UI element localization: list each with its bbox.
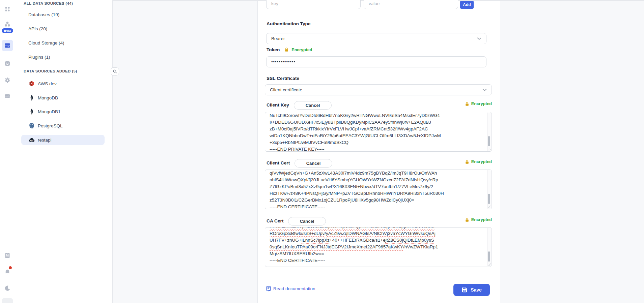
datasource-item-mongodb1[interactable]: MongoDB1: [21, 107, 105, 117]
client-key-encrypted-badge: Encrypted: [465, 101, 492, 106]
datasource-label: MongoDB: [38, 95, 58, 100]
server-icon[interactable]: [2, 90, 13, 102]
auth-type-label: Authentication Type: [267, 21, 311, 26]
datasource-label: restapi: [38, 138, 52, 143]
ssl-certificate-value: Client certificate: [270, 87, 302, 92]
datasource-item-mongodb[interactable]: MongoDB: [21, 93, 105, 103]
client-key-label: Client Key: [267, 102, 289, 108]
client-cert-content: qIVvfWjedGqVn+G+An5zXwL43A30i7miV4dz9m75…: [265, 170, 487, 209]
panel-left-divider: [257, 0, 258, 303]
client-cert-encrypted-badge: Encrypted: [465, 159, 492, 164]
token-encrypted-badge: Encrypted: [291, 48, 312, 52]
chevron-down-icon: [482, 89, 487, 91]
ssl-certificate-label: SSL Certificate: [267, 76, 299, 81]
sidebar-item-apis[interactable]: APIs (20): [28, 26, 47, 31]
lock-icon: [284, 48, 289, 52]
content-gap-left: [113, 0, 257, 303]
sidebar-item-plugins[interactable]: Plugins (1): [28, 55, 50, 60]
resize-grip[interactable]: [487, 147, 491, 151]
mongodb-icon: [28, 94, 35, 101]
scrollbar-thumb[interactable]: [488, 251, 490, 262]
save-button[interactable]: Save: [453, 284, 490, 296]
left-rail: Beta: [0, 0, 15, 303]
beta-badge: Beta: [2, 28, 13, 33]
ca-cert-content: EE7lfnl6BNxor1y76/WmdashjR7fP0yNNhFijyAB…: [265, 228, 487, 267]
header-value-input[interactable]: [364, 0, 458, 9]
resize-grip[interactable]: [487, 263, 491, 266]
docs-search-icon[interactable]: [2, 250, 13, 261]
chevron-down-icon: [477, 37, 481, 40]
sidebar-divider: [112, 0, 113, 303]
ssl-certificate-select[interactable]: Client certificate: [265, 84, 492, 95]
save-button-label: Save: [471, 287, 482, 293]
client-cert-textarea[interactable]: qIVvfWjedGqVn+G+An5zXwL43A30i7miV4dz9m75…: [265, 170, 492, 209]
mongodb-icon: [28, 108, 35, 115]
client-cert-label: Client Cert: [267, 160, 290, 165]
client-key-textarea[interactable]: NuTch9CorowIYvDeDId6BdHbf7n5KGry2wRTNGWw…: [265, 112, 492, 152]
svg-text:REST: REST: [30, 140, 33, 142]
datasource-label: MongoDB1: [38, 109, 61, 114]
sidebar-footer-divider: [15, 296, 112, 296]
scrollbar-track[interactable]: [487, 113, 491, 151]
search-icon: [113, 69, 117, 74]
datasource-item-aws-dev[interactable]: AWS dev: [21, 79, 105, 89]
header-key-input[interactable]: [266, 0, 361, 9]
sidebar-item-databases[interactable]: Databases (19): [28, 12, 59, 17]
rest-cloud-icon: REST: [28, 137, 35, 143]
datasource-label: AWS dev: [38, 81, 57, 86]
ca-cert-cancel-button[interactable]: Cancel: [288, 217, 326, 225]
data-sources-sidebar: ALL DATA SOURCES (44) Databases (19) API…: [15, 0, 112, 303]
save-floppy-icon: [461, 287, 468, 293]
sidebar-item-cloud-storage[interactable]: Cloud Storage (4): [28, 40, 64, 46]
add-header-button[interactable]: Add: [460, 1, 474, 9]
content-gap-right: [500, 0, 644, 303]
datasource-item-restapi[interactable]: REST restapi: [21, 135, 105, 145]
assistant-face-icon[interactable]: [2, 58, 13, 69]
auth-type-select[interactable]: Bearer: [266, 33, 486, 44]
postgresql-icon: [28, 122, 35, 129]
ca-cert-label: CA Cert: [267, 218, 283, 223]
token-label-row: Token Encrypted: [267, 47, 312, 52]
scrollbar-thumb[interactable]: [488, 194, 490, 204]
resize-grip[interactable]: [487, 205, 491, 208]
app-window: Beta: [0, 0, 644, 303]
lock-icon: [465, 160, 469, 164]
ca-cert-encrypted-badge: Encrypted: [465, 217, 492, 222]
read-documentation-label: Read documentation: [273, 286, 315, 291]
datasource-item-postgresql[interactable]: PostgreSQL: [21, 121, 105, 131]
section-header-data-sources-added: DATA SOURCES ADDED (5): [24, 69, 77, 73]
datasource-label: PostgreSQL: [38, 123, 63, 128]
apps-grid-icon[interactable]: [2, 3, 13, 15]
lock-icon: [465, 218, 469, 222]
settings-gear-icon[interactable]: [2, 74, 13, 86]
avatar[interactable]: [2, 298, 13, 303]
lock-icon: [465, 102, 469, 106]
panel-right-divider: [500, 0, 500, 303]
aws-icon: [28, 80, 35, 87]
document-icon: [266, 286, 271, 292]
notification-dot: [9, 266, 12, 269]
scrollbar-thumb[interactable]: [488, 136, 490, 146]
client-cert-cancel-button[interactable]: Cancel: [295, 159, 332, 168]
dark-mode-moon-icon[interactable]: [2, 282, 13, 294]
client-key-content: NuTch9CorowIYvDeDId6BdHbf7n5KGry2wRTNGWw…: [265, 112, 487, 151]
token-input[interactable]: [266, 56, 486, 67]
ca-cert-textarea[interactable]: EE7lfnl6BNxor1y76/WmdashjR7fP0yNNhFijyAB…: [265, 227, 492, 267]
section-header-all-data-sources: ALL DATA SOURCES (44): [24, 1, 73, 5]
sidebar-search-button[interactable]: [111, 67, 119, 75]
scrollbar-track[interactable]: [487, 170, 491, 209]
read-documentation-link[interactable]: Read documentation: [266, 286, 315, 292]
data-sources-icon[interactable]: [2, 40, 13, 51]
client-key-cancel-button[interactable]: Cancel: [294, 101, 332, 110]
auth-type-value: Bearer: [271, 36, 285, 41]
token-label: Token: [267, 47, 280, 52]
scrollbar-track[interactable]: [487, 228, 491, 266]
